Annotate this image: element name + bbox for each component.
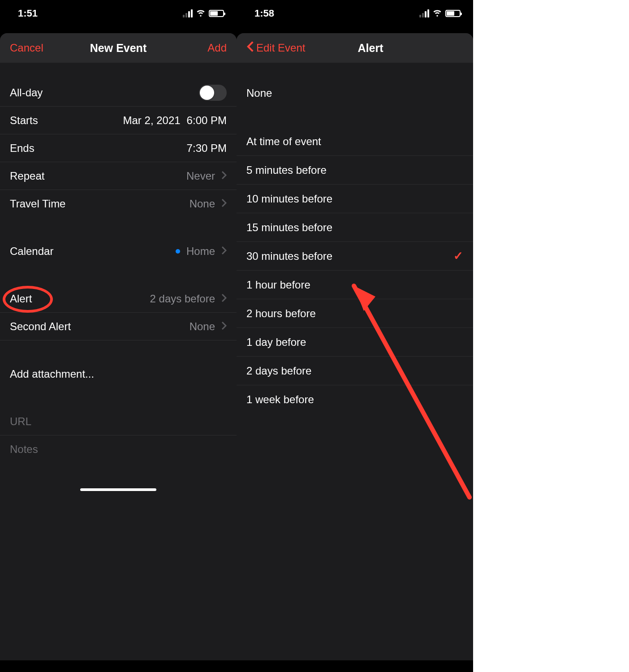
notes-placeholder: Notes bbox=[10, 443, 38, 456]
travel-time-value: None bbox=[190, 198, 215, 210]
chevron-right-icon bbox=[221, 170, 227, 182]
second-alert-label: Second Alert bbox=[10, 320, 71, 333]
alert-option-label: 30 minutes before bbox=[246, 250, 332, 263]
alert-option[interactable]: 1 day before bbox=[237, 328, 473, 357]
allday-row[interactable]: All-day bbox=[0, 79, 237, 107]
status-bar: 1:58 bbox=[237, 0, 473, 27]
second-alert-value: None bbox=[190, 320, 215, 333]
repeat-value: Never bbox=[186, 170, 215, 182]
battery-icon bbox=[445, 10, 461, 17]
nav-bar: Cancel New Event Add bbox=[0, 33, 237, 63]
alert-label: Alert bbox=[10, 293, 32, 305]
calendar-group: Calendar Home bbox=[0, 237, 237, 265]
alert-option[interactable]: 10 minutes before bbox=[237, 185, 473, 213]
starts-row[interactable]: Starts Mar 2, 2021 6:00 PM bbox=[0, 107, 237, 134]
alert-option[interactable]: 5 minutes before bbox=[237, 156, 473, 185]
alert-options-group: At time of event5 minutes before10 minut… bbox=[237, 127, 473, 414]
alert-option[interactable]: 1 week before bbox=[237, 385, 473, 414]
alert-option-label: 1 day before bbox=[246, 336, 306, 349]
alert-option-label: 5 minutes before bbox=[246, 164, 327, 177]
phone-left: 1:51 Cancel New Event Add All-day bbox=[0, 0, 237, 672]
cancel-button[interactable]: Cancel bbox=[10, 42, 50, 54]
new-event-card: Cancel New Event Add All-day Starts Mar … bbox=[0, 33, 237, 660]
ends-label: Ends bbox=[10, 142, 34, 155]
alert-option[interactable]: At time of event bbox=[237, 127, 473, 156]
status-time: 1:58 bbox=[254, 8, 274, 19]
phone-right: 1:58 Edit Event Alert bbox=[237, 0, 473, 672]
status-icons bbox=[183, 7, 224, 20]
alert-option-label: None bbox=[246, 87, 272, 99]
page-title: New Event bbox=[90, 42, 146, 55]
cellular-icon bbox=[183, 9, 193, 17]
attachment-group: Add attachment... bbox=[0, 360, 237, 388]
alert-row[interactable]: Alert 2 days before bbox=[0, 285, 237, 313]
alert-option-label: 1 week before bbox=[246, 393, 314, 406]
repeat-label: Repeat bbox=[10, 170, 44, 182]
status-icons bbox=[419, 7, 461, 20]
alert-option-label: 2 days before bbox=[246, 365, 311, 377]
wifi-icon bbox=[432, 7, 443, 20]
cellular-icon bbox=[419, 9, 429, 17]
ends-row[interactable]: Ends 7:30 PM bbox=[0, 134, 237, 162]
calendar-row[interactable]: Calendar Home bbox=[0, 237, 237, 265]
none-group: None bbox=[237, 79, 473, 108]
calendar-color-dot bbox=[176, 249, 180, 254]
chevron-left-icon bbox=[246, 41, 254, 55]
chevron-right-icon bbox=[221, 293, 227, 305]
allday-toggle[interactable] bbox=[199, 85, 227, 101]
date-time-group: All-day Starts Mar 2, 2021 6:00 PM Ends … bbox=[0, 79, 237, 218]
alert-option-none[interactable]: None bbox=[237, 79, 473, 108]
alert-option-label: 15 minutes before bbox=[246, 221, 332, 234]
starts-date: Mar 2, 2021 bbox=[123, 114, 181, 127]
chevron-right-icon bbox=[221, 245, 227, 258]
travel-time-row[interactable]: Travel Time None bbox=[0, 190, 237, 218]
alert-group: Alert 2 days before Second Alert None bbox=[0, 285, 237, 340]
blank-area bbox=[473, 0, 629, 672]
add-button[interactable]: Add bbox=[186, 42, 227, 54]
second-alert-row[interactable]: Second Alert None bbox=[0, 313, 237, 340]
calendar-value: Home bbox=[186, 245, 215, 258]
nav-bar: Edit Event Alert bbox=[237, 33, 473, 63]
chevron-right-icon bbox=[221, 320, 227, 333]
alert-option[interactable]: 30 minutes before✓ bbox=[237, 242, 473, 271]
chevron-right-icon bbox=[221, 198, 227, 210]
calendar-label: Calendar bbox=[10, 245, 53, 258]
alert-value: 2 days before bbox=[150, 293, 215, 305]
alert-option-label: 10 minutes before bbox=[246, 193, 332, 205]
home-indicator[interactable] bbox=[80, 488, 156, 491]
notes-input[interactable]: Notes bbox=[0, 435, 237, 463]
url-placeholder: URL bbox=[10, 415, 31, 428]
ends-time: 7:30 PM bbox=[187, 142, 227, 155]
url-notes-group: URL Notes bbox=[0, 408, 237, 463]
page-title: Alert bbox=[358, 42, 383, 55]
url-input[interactable]: URL bbox=[0, 408, 237, 435]
alert-option-label: 2 hours before bbox=[246, 307, 316, 320]
allday-label: All-day bbox=[10, 86, 43, 99]
repeat-row[interactable]: Repeat Never bbox=[0, 162, 237, 190]
back-label: Edit Event bbox=[256, 42, 305, 54]
add-attachment-label: Add attachment... bbox=[10, 368, 94, 380]
battery-icon bbox=[209, 10, 224, 17]
alert-option[interactable]: 1 hour before bbox=[237, 271, 473, 299]
status-bar: 1:51 bbox=[0, 0, 237, 27]
add-attachment-row[interactable]: Add attachment... bbox=[0, 360, 237, 388]
checkmark-icon: ✓ bbox=[453, 249, 463, 263]
back-button[interactable]: Edit Event bbox=[246, 41, 318, 55]
alert-option[interactable]: 2 hours before bbox=[237, 299, 473, 328]
wifi-icon bbox=[195, 7, 206, 20]
travel-time-label: Travel Time bbox=[10, 198, 65, 210]
alert-option[interactable]: 15 minutes before bbox=[237, 213, 473, 242]
starts-time: 6:00 PM bbox=[187, 114, 227, 127]
alert-card: Edit Event Alert None At time of event5 … bbox=[237, 33, 473, 660]
starts-label: Starts bbox=[10, 114, 38, 127]
alert-option-label: 1 hour before bbox=[246, 279, 310, 291]
alert-option-label: At time of event bbox=[246, 135, 321, 148]
status-time: 1:51 bbox=[18, 8, 38, 19]
alert-option[interactable]: 2 days before bbox=[237, 357, 473, 385]
